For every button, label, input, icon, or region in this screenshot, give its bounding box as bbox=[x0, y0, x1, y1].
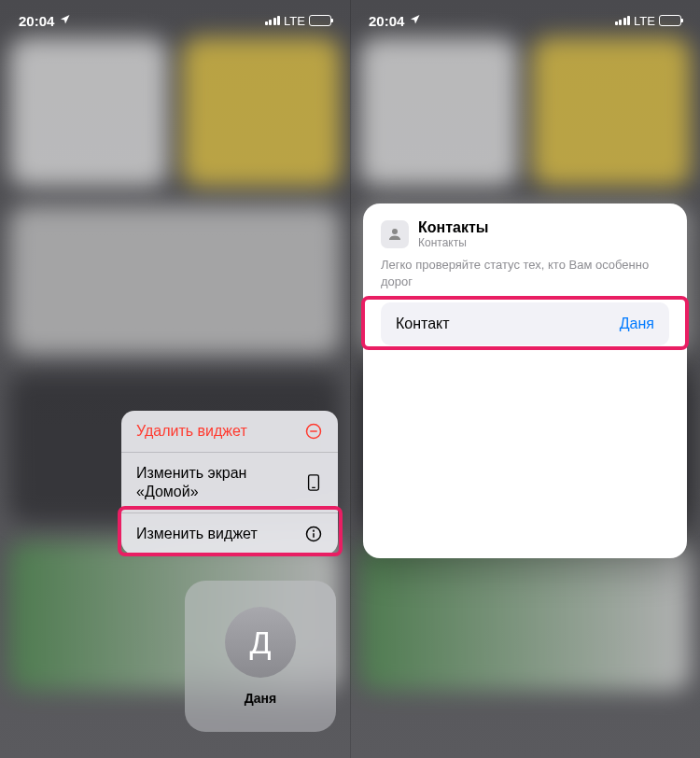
menu-label: Изменить экран «Домой» bbox=[136, 464, 305, 501]
info-circle-icon bbox=[304, 526, 323, 542]
location-icon bbox=[60, 14, 71, 28]
location-icon bbox=[410, 14, 421, 28]
edit-widget-button[interactable]: Изменить виджет bbox=[121, 513, 338, 554]
screen-divider bbox=[350, 0, 351, 758]
avatar-initial: Д bbox=[249, 625, 271, 661]
signal-icon bbox=[265, 16, 281, 25]
sheet-description: Легко проверяйте статус тех, кто Вам осо… bbox=[381, 257, 669, 289]
status-time: 20:04 bbox=[369, 13, 404, 29]
contact-name-label: Даня bbox=[245, 691, 276, 706]
contact-widget[interactable]: Д Даня bbox=[185, 581, 336, 732]
sheet-title: Контакты bbox=[418, 219, 488, 236]
screen-left: 20:04 LTE Удалить виджет Изменить экран … bbox=[0, 0, 350, 758]
status-bar: 20:04 LTE bbox=[350, 0, 700, 41]
sheet-header: Контакты Контакты bbox=[381, 219, 669, 249]
setting-label: Контакт bbox=[396, 316, 450, 332]
sheet-subtitle: Контакты bbox=[418, 236, 488, 249]
delete-widget-button[interactable]: Удалить виджет bbox=[121, 411, 338, 453]
edit-home-screen-button[interactable]: Изменить экран «Домой» bbox=[121, 453, 338, 513]
widget-context-menu: Удалить виджет Изменить экран «Домой» Из… bbox=[121, 411, 338, 554]
contacts-app-icon bbox=[381, 220, 409, 248]
widget-settings-sheet: Контакты Контакты Легко проверяйте стату… bbox=[363, 204, 687, 558]
menu-label: Удалить виджет bbox=[136, 422, 247, 441]
menu-label: Изменить виджет bbox=[136, 525, 258, 543]
svg-point-7 bbox=[392, 229, 398, 234]
phone-icon bbox=[305, 474, 323, 491]
battery-icon bbox=[309, 15, 331, 26]
network-type: LTE bbox=[634, 14, 655, 28]
contact-setting-row[interactable]: Контакт Даня bbox=[381, 302, 669, 345]
battery-icon bbox=[659, 15, 681, 26]
signal-icon bbox=[615, 16, 631, 25]
svg-point-6 bbox=[314, 530, 315, 531]
network-type: LTE bbox=[284, 14, 305, 28]
contact-avatar: Д bbox=[225, 607, 296, 678]
setting-value: Даня bbox=[620, 316, 654, 332]
minus-circle-icon bbox=[304, 423, 323, 440]
status-bar: 20:04 LTE bbox=[0, 0, 350, 41]
screen-right: 20:04 LTE Контакты Контакты Легко провер… bbox=[350, 0, 700, 758]
status-time: 20:04 bbox=[19, 13, 54, 29]
